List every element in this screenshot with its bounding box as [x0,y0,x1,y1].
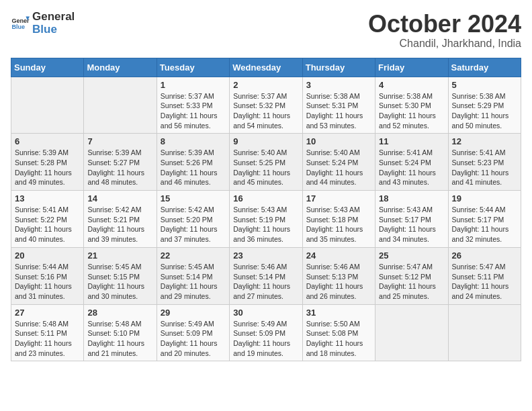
day-number: 21 [87,250,152,261]
day-info: Sunrise: 5:39 AM Sunset: 5:28 PM Dayligh… [15,148,80,187]
calendar-day-cell: 29Sunrise: 5:49 AM Sunset: 5:09 PM Dayli… [157,304,229,361]
calendar-day-cell: 4Sunrise: 5:38 AM Sunset: 5:30 PM Daylig… [375,77,448,134]
day-info: Sunrise: 5:49 AM Sunset: 5:09 PM Dayligh… [161,319,226,359]
day-info: Sunrise: 5:38 AM Sunset: 5:31 PM Dayligh… [306,91,371,131]
day-number: 24 [306,250,371,261]
logo-blue-text: Blue [32,24,75,36]
calendar-day-cell: 25Sunrise: 5:47 AM Sunset: 5:12 PM Dayli… [375,247,448,304]
calendar-day-cell: 5Sunrise: 5:38 AM Sunset: 5:29 PM Daylig… [448,77,521,134]
day-number: 5 [452,80,517,90]
day-info: Sunrise: 5:41 AM Sunset: 5:22 PM Dayligh… [15,205,80,244]
day-number: 28 [87,308,152,318]
day-of-week-header: Thursday [302,58,375,77]
day-info: Sunrise: 5:48 AM Sunset: 5:11 PM Dayligh… [15,319,80,359]
calendar-day-cell: 6Sunrise: 5:39 AM Sunset: 5:28 PM Daylig… [11,134,84,191]
calendar-day-cell: 23Sunrise: 5:46 AM Sunset: 5:14 PM Dayli… [230,247,302,304]
day-info: Sunrise: 5:49 AM Sunset: 5:09 PM Dayligh… [233,319,298,359]
calendar-week-row: 27Sunrise: 5:48 AM Sunset: 5:11 PM Dayli… [11,304,521,361]
day-info: Sunrise: 5:46 AM Sunset: 5:14 PM Dayligh… [233,262,298,302]
day-info: Sunrise: 5:40 AM Sunset: 5:24 PM Dayligh… [306,148,371,187]
day-info: Sunrise: 5:37 AM Sunset: 5:32 PM Dayligh… [233,91,298,131]
day-number: 23 [233,250,298,261]
day-number: 20 [15,250,80,261]
calendar-day-cell: 28Sunrise: 5:48 AM Sunset: 5:10 PM Dayli… [84,304,157,361]
day-number: 3 [306,80,371,90]
day-info: Sunrise: 5:37 AM Sunset: 5:33 PM Dayligh… [161,91,226,131]
calendar-day-cell: 16Sunrise: 5:43 AM Sunset: 5:19 PM Dayli… [230,191,302,248]
logo-general-text: General [32,11,75,24]
calendar-day-cell: 8Sunrise: 5:39 AM Sunset: 5:26 PM Daylig… [157,134,229,191]
day-number: 29 [161,308,226,318]
calendar-day-cell: 18Sunrise: 5:43 AM Sunset: 5:17 PM Dayli… [375,191,448,248]
calendar-day-cell: 26Sunrise: 5:47 AM Sunset: 5:11 PM Dayli… [448,247,521,304]
calendar-day-cell: 7Sunrise: 5:39 AM Sunset: 5:27 PM Daylig… [84,134,157,191]
day-number: 1 [161,80,226,90]
calendar-week-row: 1Sunrise: 5:37 AM Sunset: 5:33 PM Daylig… [11,77,521,134]
day-number: 14 [87,193,152,203]
title-area: October 2024 Chandil, Jharkhand, India [368,11,521,50]
calendar-day-cell: 14Sunrise: 5:42 AM Sunset: 5:21 PM Dayli… [84,191,157,248]
calendar-week-row: 20Sunrise: 5:44 AM Sunset: 5:16 PM Dayli… [11,247,521,304]
day-info: Sunrise: 5:47 AM Sunset: 5:12 PM Dayligh… [379,262,444,302]
day-number: 25 [379,250,444,261]
calendar-day-cell: 13Sunrise: 5:41 AM Sunset: 5:22 PM Dayli… [11,191,84,248]
month-title: October 2024 [368,11,521,38]
calendar-week-row: 13Sunrise: 5:41 AM Sunset: 5:22 PM Dayli… [11,191,521,248]
day-number: 27 [15,308,80,318]
day-info: Sunrise: 5:47 AM Sunset: 5:11 PM Dayligh… [452,262,517,302]
day-number: 13 [15,193,80,203]
day-of-week-header: Saturday [448,58,521,77]
day-info: Sunrise: 5:46 AM Sunset: 5:13 PM Dayligh… [306,262,371,302]
day-of-week-header: Monday [84,58,157,77]
location-title: Chandil, Jharkhand, India [368,38,521,50]
day-info: Sunrise: 5:44 AM Sunset: 5:17 PM Dayligh… [452,205,517,244]
day-number: 16 [233,193,298,203]
day-number: 30 [233,308,298,318]
calendar-day-cell: 22Sunrise: 5:45 AM Sunset: 5:14 PM Dayli… [157,247,229,304]
calendar-day-cell: 2Sunrise: 5:37 AM Sunset: 5:32 PM Daylig… [230,77,302,134]
calendar-day-cell: 1Sunrise: 5:37 AM Sunset: 5:33 PM Daylig… [157,77,229,134]
calendar-day-cell: 24Sunrise: 5:46 AM Sunset: 5:13 PM Dayli… [302,247,375,304]
day-info: Sunrise: 5:38 AM Sunset: 5:29 PM Dayligh… [452,91,517,131]
calendar-day-cell: 20Sunrise: 5:44 AM Sunset: 5:16 PM Dayli… [11,247,84,304]
day-info: Sunrise: 5:40 AM Sunset: 5:25 PM Dayligh… [233,148,298,187]
day-number: 8 [161,136,226,146]
calendar-day-cell [11,77,84,134]
day-info: Sunrise: 5:42 AM Sunset: 5:20 PM Dayligh… [161,205,226,244]
calendar-day-cell [84,77,157,134]
day-of-week-header: Tuesday [157,58,229,77]
day-info: Sunrise: 5:43 AM Sunset: 5:18 PM Dayligh… [306,205,371,244]
day-number: 6 [15,136,80,146]
day-number: 2 [233,80,298,90]
day-number: 22 [161,250,226,261]
calendar-table: SundayMondayTuesdayWednesdayThursdayFrid… [11,58,521,362]
calendar-day-cell: 11Sunrise: 5:41 AM Sunset: 5:24 PM Dayli… [375,134,448,191]
day-info: Sunrise: 5:42 AM Sunset: 5:21 PM Dayligh… [87,205,152,244]
day-number: 19 [452,193,517,203]
day-info: Sunrise: 5:41 AM Sunset: 5:24 PM Dayligh… [379,148,444,187]
day-number: 31 [306,308,371,318]
calendar-day-cell: 9Sunrise: 5:40 AM Sunset: 5:25 PM Daylig… [230,134,302,191]
day-number: 7 [87,136,152,146]
calendar-day-cell: 21Sunrise: 5:45 AM Sunset: 5:15 PM Dayli… [84,247,157,304]
calendar-day-cell: 10Sunrise: 5:40 AM Sunset: 5:24 PM Dayli… [302,134,375,191]
calendar-day-cell: 19Sunrise: 5:44 AM Sunset: 5:17 PM Dayli… [448,191,521,248]
day-number: 9 [233,136,298,146]
day-number: 12 [452,136,517,146]
day-number: 11 [379,136,444,146]
day-info: Sunrise: 5:45 AM Sunset: 5:15 PM Dayligh… [87,262,152,302]
calendar-day-cell: 27Sunrise: 5:48 AM Sunset: 5:11 PM Dayli… [11,304,84,361]
day-number: 4 [379,80,444,90]
day-info: Sunrise: 5:39 AM Sunset: 5:26 PM Dayligh… [161,148,226,187]
day-number: 26 [452,250,517,261]
day-number: 17 [306,193,371,203]
calendar-day-cell: 12Sunrise: 5:41 AM Sunset: 5:23 PM Dayli… [448,134,521,191]
day-info: Sunrise: 5:45 AM Sunset: 5:14 PM Dayligh… [161,262,226,302]
day-info: Sunrise: 5:44 AM Sunset: 5:16 PM Dayligh… [15,262,80,302]
day-info: Sunrise: 5:48 AM Sunset: 5:10 PM Dayligh… [87,319,152,359]
logo: General Blue General Blue [11,11,75,36]
header: General Blue General Blue October 2024 C… [11,11,521,50]
calendar-day-cell: 15Sunrise: 5:42 AM Sunset: 5:20 PM Dayli… [157,191,229,248]
calendar-day-cell: 30Sunrise: 5:49 AM Sunset: 5:09 PM Dayli… [230,304,302,361]
calendar-day-cell: 31Sunrise: 5:50 AM Sunset: 5:08 PM Dayli… [302,304,375,361]
